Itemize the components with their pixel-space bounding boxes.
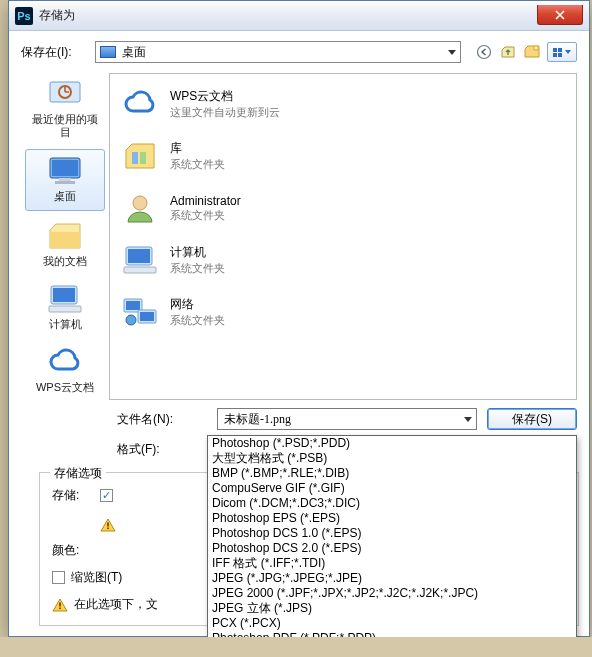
list-item[interactable]: Administrator系统文件夹 <box>116 182 570 234</box>
chevron-down-icon <box>448 50 456 55</box>
format-option[interactable]: CompuServe GIF (*.GIF) <box>208 481 576 496</box>
format-option[interactable]: Photoshop (*.PSD;*.PDD) <box>208 436 576 451</box>
svg-rect-6 <box>59 178 71 181</box>
svg-rect-7 <box>55 181 75 184</box>
warning-icon <box>100 518 116 532</box>
up-one-level-button[interactable] <box>499 43 517 61</box>
footer-warning-text: 在此选项下，文 <box>74 596 158 613</box>
svg-point-13 <box>133 196 147 210</box>
filename-label: 文件名(N): <box>117 411 207 428</box>
sidebar-item-recent[interactable]: 最近使用的项目 <box>25 73 105 145</box>
file-list[interactable]: WPS云文档这里文件自动更新到云 库系统文件夹 Administrator系统文… <box>109 73 577 400</box>
view-menu-button[interactable] <box>547 42 577 62</box>
svg-rect-10 <box>49 306 81 312</box>
format-option[interactable]: JPEG (*.JPG;*.JPEG;*.JPE) <box>208 571 576 586</box>
list-item[interactable]: 库系统文件夹 <box>116 130 570 182</box>
format-option[interactable]: PCX (*.PCX) <box>208 616 576 631</box>
format-option[interactable]: 大型文档格式 (*.PSB) <box>208 451 576 466</box>
svg-rect-20 <box>140 312 154 321</box>
list-item[interactable]: 网络系统文件夹 <box>116 286 570 338</box>
format-option[interactable]: IFF 格式 (*.IFF;*.TDI) <box>208 556 576 571</box>
svg-rect-25 <box>59 607 61 609</box>
list-item[interactable]: WPS云文档这里文件自动更新到云 <box>116 78 570 130</box>
color-label: 颜色: <box>52 542 92 559</box>
format-option[interactable]: Photoshop DCS 1.0 (*.EPS) <box>208 526 576 541</box>
svg-rect-16 <box>124 267 156 273</box>
chevron-down-icon <box>464 417 472 422</box>
format-dropdown[interactable]: Photoshop (*.PSD;*.PDD)大型文档格式 (*.PSB)BMP… <box>207 435 577 637</box>
svg-rect-12 <box>140 152 146 164</box>
format-option[interactable]: BMP (*.BMP;*.RLE;*.DIB) <box>208 466 576 481</box>
format-option[interactable]: JPEG 2000 (*.JPF;*.JPX;*.JP2;*.J2C;*.J2K… <box>208 586 576 601</box>
svg-point-21 <box>126 315 136 325</box>
format-option[interactable]: JPEG 立体 (*.JPS) <box>208 601 576 616</box>
network-icon <box>120 294 160 330</box>
svg-rect-11 <box>132 152 138 164</box>
svg-rect-23 <box>107 528 109 530</box>
svg-point-0 <box>478 46 491 59</box>
format-option[interactable]: Photoshop DCS 2.0 (*.EPS) <box>208 541 576 556</box>
cloud-icon <box>120 86 160 122</box>
chevron-down-icon <box>565 50 571 54</box>
close-button[interactable] <box>537 5 583 25</box>
save-as-dialog: Ps 存储为 保存在(I): 桌面 <box>8 0 590 637</box>
options-legend: 存储选项 <box>50 465 106 482</box>
location-value: 桌面 <box>122 44 146 61</box>
sidebar-item-wpscloud[interactable]: WPS云文档 <box>25 341 105 400</box>
titlebar: Ps 存储为 <box>9 1 589 31</box>
new-folder-button[interactable] <box>523 43 541 61</box>
save-in-label: 保存在(I): <box>21 44 89 61</box>
svg-rect-15 <box>128 249 150 263</box>
back-button[interactable] <box>475 43 493 61</box>
save-button[interactable]: 保存(S) <box>487 408 577 430</box>
svg-rect-5 <box>52 160 78 176</box>
location-combobox[interactable]: 桌面 <box>95 41 461 63</box>
list-item[interactable]: 计算机系统文件夹 <box>116 234 570 286</box>
desktop-icon <box>100 46 116 58</box>
svg-rect-9 <box>53 288 75 302</box>
thumbnail-checkbox[interactable] <box>52 571 65 584</box>
warning-icon <box>52 598 68 612</box>
format-option[interactable]: Photoshop EPS (*.EPS) <box>208 511 576 526</box>
svg-rect-18 <box>126 301 140 310</box>
format-option[interactable]: Photoshop PDF (*.PDF;*.PDP) <box>208 631 576 637</box>
computer-icon <box>120 242 160 278</box>
places-sidebar: 最近使用的项目 桌面 我的文档 计算机 WPS云文档 <box>21 73 109 400</box>
app-icon: Ps <box>15 7 33 25</box>
sidebar-item-computer[interactable]: 计算机 <box>25 278 105 337</box>
format-option[interactable]: Dicom (*.DCM;*.DC3;*.DIC) <box>208 496 576 511</box>
store-label: 存储: <box>52 487 92 504</box>
library-icon <box>120 138 160 174</box>
thumbnail-label: 缩览图(T) <box>71 569 122 586</box>
store-checkbox[interactable] <box>100 489 113 502</box>
user-icon <box>120 190 160 226</box>
svg-rect-24 <box>59 602 61 606</box>
sidebar-item-mydocs[interactable]: 我的文档 <box>25 215 105 274</box>
filename-input[interactable]: 未标题-1.png <box>217 408 477 430</box>
sidebar-item-desktop[interactable]: 桌面 <box>25 149 105 210</box>
format-label: 格式(F): <box>117 441 207 458</box>
svg-rect-22 <box>107 523 109 527</box>
window-title: 存储为 <box>39 7 537 24</box>
